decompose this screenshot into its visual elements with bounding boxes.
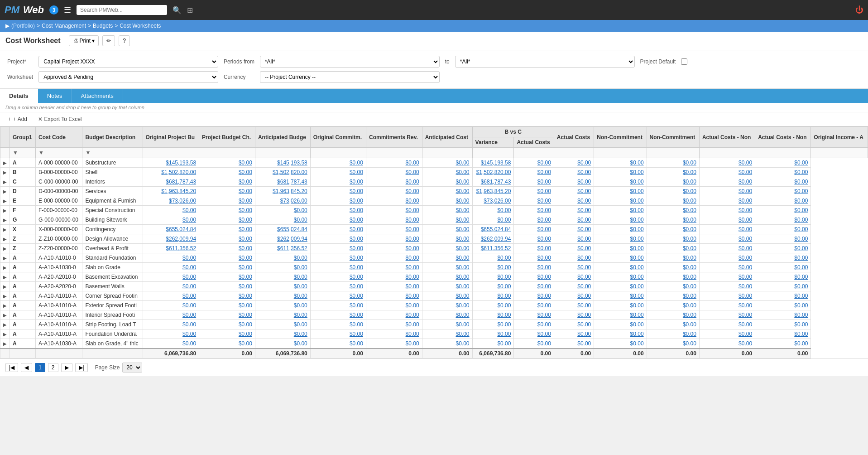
row-proj-ch-5[interactable]: $0.00: [199, 206, 255, 215]
row-orig-comm-3[interactable]: $0.00: [310, 187, 366, 196]
row-variance-19[interactable]: $0.00: [472, 339, 514, 349]
search-input[interactable]: [77, 5, 167, 15]
row-nc2-5[interactable]: $0.00: [594, 206, 647, 215]
row-orig-comm-0[interactable]: $0.00: [310, 158, 366, 168]
row-orig-proj-17[interactable]: $0.00: [143, 320, 199, 329]
row-orig-comm-10[interactable]: $0.00: [310, 253, 366, 263]
row-orig-proj-9[interactable]: $611,356.52: [143, 244, 199, 253]
row-expand-5[interactable]: ▶: [0, 206, 10, 215]
row-nc2-10[interactable]: $0.00: [594, 253, 647, 263]
row-proj-ch-6[interactable]: $0.00: [199, 215, 255, 225]
row-orig-proj-12[interactable]: $0.00: [143, 272, 199, 282]
row-expand-18[interactable]: ▶: [0, 329, 10, 339]
row-variance-13[interactable]: $0.00: [472, 282, 514, 291]
row-ant-bud-13[interactable]: $0.00: [255, 282, 310, 291]
row-acn1-10[interactable]: $0.00: [647, 253, 699, 263]
row-orig-comm-19[interactable]: $0.00: [310, 339, 366, 349]
row-orig-inc-9[interactable]: $0.00: [755, 244, 811, 253]
col-orig-comm[interactable]: Original Commitm.: [310, 127, 366, 148]
row-orig-comm-6[interactable]: $0.00: [310, 215, 366, 225]
grid-icon[interactable]: ⊞: [187, 6, 193, 15]
row-comm-rev-6[interactable]: $0.00: [366, 215, 422, 225]
row-orig-proj-7[interactable]: $655,024.84: [143, 225, 199, 234]
row-orig-proj-11[interactable]: $0.00: [143, 263, 199, 272]
row-orig-comm-11[interactable]: $0.00: [310, 263, 366, 272]
row-proj-ch-17[interactable]: $0.00: [199, 320, 255, 329]
page-first-button[interactable]: |◀: [5, 363, 18, 372]
row-proj-ch-18[interactable]: $0.00: [199, 329, 255, 339]
row-orig-inc-6[interactable]: $0.00: [755, 215, 811, 225]
row-acn1-16[interactable]: $0.00: [647, 310, 699, 320]
col-acn2[interactable]: Actual Costs - Non: [755, 127, 811, 148]
row-acn1-0[interactable]: $0.00: [647, 158, 699, 168]
row-orig-inc-16[interactable]: $0.00: [755, 310, 811, 320]
row-orig-inc-5[interactable]: $0.00: [755, 206, 811, 215]
row-ant-cost-19[interactable]: $0.00: [422, 339, 472, 349]
row-comm-rev-10[interactable]: $0.00: [366, 253, 422, 263]
row-ant-bud-17[interactable]: $0.00: [255, 320, 310, 329]
row-orig-comm-13[interactable]: $0.00: [310, 282, 366, 291]
row-nc2-0[interactable]: $0.00: [594, 158, 647, 168]
row-actual-14[interactable]: $0.00: [514, 291, 554, 301]
row-ant-cost-18[interactable]: $0.00: [422, 329, 472, 339]
row-orig-inc-11[interactable]: $0.00: [755, 263, 811, 272]
row-actual-8[interactable]: $0.00: [514, 234, 554, 244]
col-actual-costs-bvc[interactable]: Actual Costs: [514, 137, 554, 148]
row-ant-cost-10[interactable]: $0.00: [422, 253, 472, 263]
power-icon[interactable]: ⏻: [855, 5, 863, 15]
row-actual-19[interactable]: $0.00: [514, 339, 554, 349]
row-ant-cost-14[interactable]: $0.00: [422, 291, 472, 301]
currency-select[interactable]: -- Project Currency --: [260, 71, 440, 83]
row-proj-ch-4[interactable]: $0.00: [199, 196, 255, 206]
project-default-checkbox[interactable]: [681, 58, 687, 65]
row-orig-proj-15[interactable]: $0.00: [143, 301, 199, 310]
row-nc2-18[interactable]: $0.00: [594, 329, 647, 339]
row-proj-ch-12[interactable]: $0.00: [199, 272, 255, 282]
row-nc2-15[interactable]: $0.00: [594, 301, 647, 310]
row-ant-cost-12[interactable]: $0.00: [422, 272, 472, 282]
row-orig-inc-8[interactable]: $0.00: [755, 234, 811, 244]
row-orig-comm-16[interactable]: $0.00: [310, 310, 366, 320]
row-acn2-10[interactable]: $0.00: [699, 253, 755, 263]
row-ant-bud-9[interactable]: $611,356.52: [255, 244, 310, 253]
row-comm-rev-4[interactable]: $0.00: [366, 196, 422, 206]
hamburger-menu-icon[interactable]: ☰: [64, 5, 71, 15]
row-proj-ch-8[interactable]: $0.00: [199, 234, 255, 244]
row-proj-ch-9[interactable]: $0.00: [199, 244, 255, 253]
row-acn2-1[interactable]: $0.00: [699, 168, 755, 177]
row-proj-ch-13[interactable]: $0.00: [199, 282, 255, 291]
row-ant-bud-4[interactable]: $73,026.00: [255, 196, 310, 206]
row-expand-19[interactable]: ▶: [0, 339, 10, 349]
row-orig-comm-9[interactable]: $0.00: [310, 244, 366, 253]
row-expand-12[interactable]: ▶: [0, 272, 10, 282]
row-ant-bud-2[interactable]: $681,787.43: [255, 177, 310, 187]
row-ant-bud-8[interactable]: $262,009.94: [255, 234, 310, 244]
row-nc1-10[interactable]: $0.00: [554, 253, 594, 263]
tab-details[interactable]: Details: [0, 89, 38, 103]
col-ant-cost[interactable]: Anticipated Cost: [422, 127, 472, 148]
row-acn2-9[interactable]: $0.00: [699, 244, 755, 253]
row-variance-4[interactable]: $73,026.00: [472, 196, 514, 206]
row-ant-bud-11[interactable]: $0.00: [255, 263, 310, 272]
row-actual-9[interactable]: $0.00: [514, 244, 554, 253]
row-actual-1[interactable]: $0.00: [514, 168, 554, 177]
row-orig-proj-18[interactable]: $0.00: [143, 329, 199, 339]
col-orig-proj-bu[interactable]: Original Project Bu: [143, 127, 199, 148]
row-variance-14[interactable]: $0.00: [472, 291, 514, 301]
row-ant-bud-1[interactable]: $1,502,820.00: [255, 168, 310, 177]
row-ant-cost-2[interactable]: $0.00: [422, 177, 472, 187]
row-nc1-0[interactable]: $0.00: [554, 158, 594, 168]
row-orig-comm-7[interactable]: $0.00: [310, 225, 366, 234]
row-orig-comm-4[interactable]: $0.00: [310, 196, 366, 206]
row-ant-bud-18[interactable]: $0.00: [255, 329, 310, 339]
row-nc1-18[interactable]: $0.00: [554, 329, 594, 339]
row-expand-15[interactable]: ▶: [0, 301, 10, 310]
row-orig-proj-1[interactable]: $1,502,820.00: [143, 168, 199, 177]
row-nc1-2[interactable]: $0.00: [554, 177, 594, 187]
row-variance-12[interactable]: $0.00: [472, 272, 514, 282]
row-ant-bud-5[interactable]: $0.00: [255, 206, 310, 215]
row-actual-10[interactable]: $0.00: [514, 253, 554, 263]
row-acn1-9[interactable]: $0.00: [647, 244, 699, 253]
row-variance-18[interactable]: $0.00: [472, 329, 514, 339]
row-acn1-18[interactable]: $0.00: [647, 329, 699, 339]
